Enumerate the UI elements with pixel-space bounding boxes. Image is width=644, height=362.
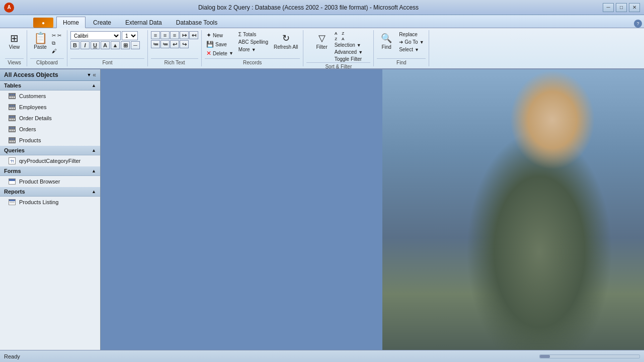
more-button[interactable]: More ▼ [237,46,270,53]
main-area: All Access Objects ▼ « Tables ▲ Customer… [0,69,644,350]
find-button[interactable]: 🔍 Find [377,31,395,51]
scroll-bar[interactable] [539,354,640,358]
spelling-button[interactable]: ABC Spelling [237,39,270,45]
office-button[interactable]: ● [33,18,53,28]
tab-external-data[interactable]: External Data [119,17,169,28]
table-employees[interactable]: Employees [0,102,100,113]
query-icon: ?! [8,157,16,165]
bullet-list-button[interactable]: ≔ [151,40,160,48]
table-icon [8,136,16,144]
align-left-button[interactable]: ≡ [151,31,160,39]
font-name-select[interactable]: Calibri [70,31,121,40]
spelling-icon: ABC [238,39,249,45]
form-product-browser[interactable]: Product Browser [0,176,100,187]
table-icon [8,114,16,122]
reports-collapse-icon: ▲ [92,189,96,194]
clipboard-group: 📋 Paste ✂✂ ⧉ 🖌 Clipboard [27,30,67,66]
minimize-button[interactable]: ─ [603,3,614,12]
tab-create[interactable]: Create [87,17,118,28]
report-products-listing[interactable]: Products Listing [0,197,100,208]
nav-dropdown-icon[interactable]: ▼ [87,72,91,77]
table-order-details[interactable]: Order Details [0,113,100,124]
filter-button[interactable]: ▽ Filter [313,31,331,51]
format-painter-button[interactable]: 🖌 [50,48,63,54]
tab-database-tools[interactable]: Database Tools [170,17,224,28]
copy-icon: ⧉ [52,40,55,46]
table-customers[interactable]: Customers [0,90,100,102]
advanced-button[interactable]: Advanced ▼ [333,49,364,55]
line-button[interactable]: ─ [131,41,140,49]
table-icon [8,125,16,133]
paste-button[interactable]: 📋 Paste [31,31,49,51]
totals-button[interactable]: Σ Totals [237,31,270,38]
rich-text-group: ≡ ≡ ≡ ↦ ↤ ≔ ≔ ↩ ↪ Rich Text [148,30,202,66]
status-text: Ready [4,353,20,359]
new-record-button[interactable]: ✦ New [205,31,235,39]
advanced-dropdown-icon: ▼ [358,50,363,55]
view-button[interactable]: ⊞ View [6,31,24,51]
font-color-button[interactable]: A [101,41,110,49]
selection-button[interactable]: Selection ▼ [333,42,364,48]
delete-dropdown-icon: ▼ [229,51,233,56]
reports-section-header[interactable]: Reports ▲ [0,187,100,197]
selection-dropdown-icon: ▼ [357,43,361,48]
new-icon: ✦ [206,32,211,39]
help-button[interactable]: ? [634,20,642,28]
cut-icon: ✂ [52,33,56,38]
find-icon: 🔍 [380,32,392,44]
copy-button[interactable]: ⧉ [50,40,63,47]
goto-dropdown-icon: ▼ [420,40,424,45]
align-center-button[interactable]: ≡ [160,31,170,39]
views-group: ⊞ View Views [2,30,27,66]
nav-header-title: All Access Objects [4,71,58,78]
outdent-button[interactable]: ↩ [170,40,179,48]
nav-collapse-icon[interactable]: « [93,71,96,78]
forms-section-header[interactable]: Forms ▲ [0,166,100,176]
underline-button[interactable]: U [91,41,100,49]
font-size-select[interactable]: 11 [122,31,138,40]
goto-button[interactable]: ➜ Go To ▼ [397,39,425,45]
sort-asc-icon: AZ [333,31,339,41]
grid-button[interactable]: ⊞ [121,41,130,49]
indent-more-button[interactable]: ↦ [180,31,189,39]
app-logo: A [4,3,14,13]
refresh-all-button[interactable]: ↻ Refresh All [272,31,300,51]
scroll-thumb[interactable] [540,355,550,358]
bg-color-button[interactable]: ▲ [111,41,120,49]
restore-button[interactable]: □ [616,3,627,12]
align-right-button[interactable]: ≡ [170,31,179,39]
table-products[interactable]: Products [0,135,100,146]
delete-record-button[interactable]: ✕ Delete ▼ [205,49,235,57]
replace-button[interactable]: Replace [397,31,425,38]
queries-section-header[interactable]: Queries ▲ [0,146,100,155]
sort-filter-group: ▽ Filter AZ ZA Selection [303,30,374,66]
sort-desc-icon: ZA [340,31,346,41]
query-product-category-filter[interactable]: ?! qryProductCategoryFilter [0,155,100,166]
status-bar: Ready [0,350,644,362]
indent-less-button[interactable]: ↤ [189,31,198,39]
toggle-filter-button[interactable]: Toggle Filter [333,56,364,62]
rtl-button[interactable]: ↪ [180,40,189,48]
tab-home[interactable]: Home [56,17,86,28]
table-orders[interactable]: Orders [0,124,100,135]
save-icon: 💾 [206,41,214,48]
ribbon-content: ⊞ View Views 📋 Paste ✂✂ ⧉ [0,28,644,68]
more-dropdown-icon: ▼ [252,47,256,52]
select-button[interactable]: Select ▼ [397,46,425,53]
nav-header[interactable]: All Access Objects ▼ « [0,69,100,81]
bold-button[interactable]: B [70,41,79,49]
tables-section-header[interactable]: Tables ▲ [0,81,100,90]
italic-button[interactable]: I [80,41,90,49]
table-icon [8,103,16,111]
num-list-button[interactable]: ≔ [160,40,170,48]
save-record-button[interactable]: 💾 Save [205,40,235,48]
form-icon [8,177,16,186]
filter-icon: ▽ [316,32,328,44]
report-icon [8,198,16,206]
window-controls: ─ □ ✕ [603,3,640,12]
close-button[interactable]: ✕ [629,3,640,12]
cut-button[interactable]: ✂✂ [50,32,63,39]
totals-icon: Σ [238,32,242,37]
delete-icon: ✕ [206,50,211,57]
select-dropdown-icon: ▼ [415,47,419,52]
